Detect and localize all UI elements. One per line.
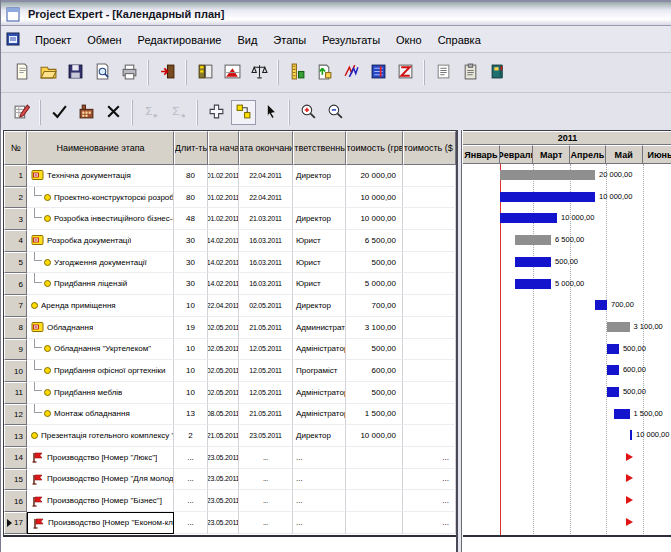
stage-dur-cell[interactable]: 19 (174, 317, 208, 339)
gantt-bar[interactable] (595, 300, 607, 310)
stage-start-cell[interactable]: 14.02.2011 (208, 252, 239, 274)
stage-name-cell[interactable]: Обладнання "Укртелеком" (27, 339, 174, 361)
stage-cost-cell[interactable]: 700,00 (346, 295, 403, 317)
stage-name-cell[interactable]: Проектно-конструкторскі розробки (27, 187, 174, 209)
table-row[interactable]: 3Розробка інвестиційного бізнес-плану480… (4, 208, 456, 230)
row-number[interactable]: 8 (4, 317, 27, 339)
production-start-marker[interactable] (626, 518, 633, 526)
gantt-bar[interactable] (630, 430, 633, 440)
gantt-bar[interactable] (500, 192, 595, 202)
stage-dur-cell[interactable]: 2 (174, 425, 208, 447)
table-row[interactable]: 14Производство [Номер "Люкс"]...23.05.20… (4, 447, 456, 469)
stage-dur-cell[interactable]: 13 (174, 404, 208, 426)
stage-resp-cell[interactable]: Адміністратор (293, 339, 346, 361)
pane-splitter[interactable] (456, 130, 462, 552)
stage-name-cell[interactable]: Презентація готельного комплексу "Метели (27, 425, 174, 447)
row-number[interactable]: 13 (4, 425, 27, 447)
gantt-month-6[interactable]: Июнь (643, 145, 671, 164)
gantt-bar[interactable] (607, 365, 619, 375)
stage-dur-cell[interactable]: ... (174, 469, 208, 491)
stage-end-cell[interactable]: 21.05.2011 (239, 404, 293, 426)
child-window-icon[interactable] (5, 31, 21, 47)
stage-resp-cell[interactable]: ... (293, 469, 346, 491)
gantt-bar[interactable] (614, 409, 629, 419)
row-number[interactable]: 10 (4, 360, 27, 382)
stage-end-cell[interactable]: 22.04.2011 (239, 187, 293, 209)
stage-dur-cell[interactable]: 48 (174, 208, 208, 230)
stage-cost-cell[interactable]: 600,00 (346, 360, 403, 382)
cash-flow-report-button[interactable] (366, 60, 391, 85)
stage-cost_usd-cell[interactable] (403, 208, 456, 230)
stage-dur-cell[interactable]: 10 (174, 360, 208, 382)
stage-name-cell[interactable]: Обладнання (27, 317, 174, 339)
stage-cost-cell[interactable]: 10 000,00 (346, 425, 403, 447)
stage-resp-cell[interactable]: ... (293, 447, 346, 469)
stage-resp-cell[interactable]: Администратор (293, 317, 346, 339)
gantt-bar[interactable] (515, 279, 551, 289)
stage-end-cell[interactable]: ... (239, 512, 293, 534)
gantt-bar[interactable] (515, 235, 551, 245)
row-number[interactable]: 17 (4, 512, 27, 534)
gantt-month-3[interactable]: Март (533, 145, 570, 164)
table-row[interactable]: 1Технічна документація8001.02.201122.04.… (4, 165, 456, 187)
save-button[interactable] (63, 60, 88, 85)
exit-door-button[interactable] (155, 60, 180, 85)
stage-cost-cell[interactable]: 500,00 (346, 252, 403, 274)
gantt-bar[interactable] (515, 257, 551, 267)
gantt-bar[interactable] (607, 322, 630, 332)
menu-item-4[interactable]: Вид (229, 30, 265, 50)
stage-name-cell[interactable]: Розробка документації (27, 230, 174, 252)
stage-cost_usd-cell[interactable] (403, 187, 456, 209)
row-number[interactable]: 12 (4, 404, 27, 426)
stage-start-cell[interactable]: 23.05.2011 (208, 490, 239, 512)
stage-end-cell[interactable]: 21.03.2011 (239, 208, 293, 230)
stage-name-cell[interactable]: Розробка інвестиційного бізнес-плану (27, 208, 174, 230)
stage-name-cell[interactable]: Производство [Номер "Бізнес"] (27, 490, 174, 512)
stage-resp-cell[interactable]: Директор (293, 208, 346, 230)
group-stage-icon[interactable] (31, 321, 45, 333)
stage-cost_usd-cell[interactable] (403, 230, 456, 252)
row-number[interactable]: 14 (4, 447, 27, 469)
stage-resp-cell[interactable]: Директор (293, 165, 346, 187)
row-number[interactable]: 16 (4, 490, 27, 512)
stage-dur-cell[interactable]: 30 (174, 230, 208, 252)
edit-table-button[interactable] (9, 100, 34, 125)
stage-resp-cell[interactable]: ... (293, 512, 346, 534)
sum-prev-button[interactable]: Σ (139, 100, 164, 125)
stage-start-cell[interactable]: 14.02.2011 (208, 230, 239, 252)
table-row[interactable]: 15Производство [Номер "Для молодят"]...2… (4, 469, 456, 491)
table-row[interactable]: 12Монтаж обладнання1308.05.201121.05.201… (4, 404, 456, 426)
production-start-marker[interactable] (626, 474, 633, 482)
stage-end-cell[interactable]: 12.05.2011 (239, 382, 293, 404)
table-row[interactable]: 2Проектно-конструкторскі розробки8001.02… (4, 187, 456, 209)
print-button[interactable] (117, 60, 142, 85)
select-cursor-button[interactable] (258, 100, 283, 125)
table-row[interactable]: 8Обладнання1902.05.201121.05.2011Админис… (4, 317, 456, 339)
column-header-num[interactable]: № (4, 131, 27, 165)
stage-end-cell[interactable]: 23.05.2011 (239, 425, 293, 447)
stage-dur-cell[interactable]: 10 (174, 295, 208, 317)
zoom-in-button[interactable] (296, 100, 321, 125)
stage-name-cell[interactable]: Узгодження документації (27, 252, 174, 274)
stage-cost-cell[interactable] (346, 469, 403, 491)
stage-name-cell[interactable]: Придбання меблів (27, 382, 174, 404)
row-number[interactable]: 11 (4, 382, 27, 404)
row-number[interactable]: 7 (4, 295, 27, 317)
stage-cost_usd-cell[interactable] (403, 425, 456, 447)
stage-cost_usd-cell[interactable] (403, 165, 456, 187)
apply-check-button[interactable] (47, 100, 72, 125)
document-export-button[interactable] (312, 60, 337, 85)
stage-cost-cell[interactable]: 1 500,00 (346, 404, 403, 426)
stage-cost-cell[interactable] (346, 447, 403, 469)
stage-cost-cell[interactable] (346, 490, 403, 512)
print-preview-button[interactable] (90, 60, 115, 85)
stage-start-cell[interactable]: 21.05.2011 (208, 425, 239, 447)
open-folder-button[interactable] (36, 60, 61, 85)
row-number[interactable]: 5 (4, 252, 27, 274)
column-header-name[interactable]: Наименование этапа (27, 131, 174, 165)
stage-end-cell[interactable]: 16.03.2011 (239, 230, 293, 252)
zoom-out-button[interactable] (323, 100, 348, 125)
stage-dur-cell[interactable]: 10 (174, 339, 208, 361)
stage-cost_usd-cell[interactable]: ... (403, 512, 456, 534)
stage-cost-cell[interactable]: 10 000,00 (346, 208, 403, 230)
